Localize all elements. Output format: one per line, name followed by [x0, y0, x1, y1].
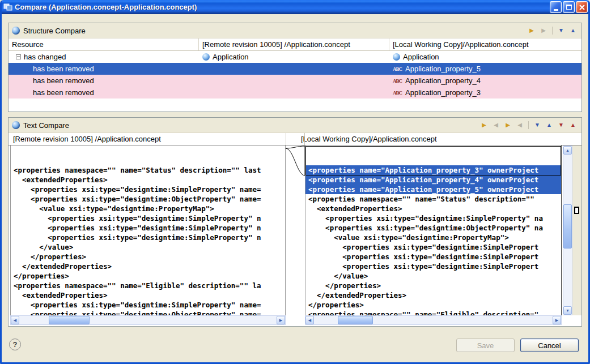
- cancel-button[interactable]: Cancel: [520, 339, 579, 352]
- copy-current-left-to-right-icon[interactable]: ▶: [503, 120, 513, 130]
- h-scroll-thumb[interactable]: [338, 316, 373, 324]
- text-compare-panel: Text Compare ▶◀▶◀▼▲▼▲ [Remote revision 1…: [8, 117, 582, 327]
- expander-icon[interactable]: [16, 54, 21, 59]
- h-scroll-track[interactable]: [19, 316, 277, 324]
- code-line: <properties xsi:type="designtime:ObjectP…: [11, 310, 285, 315]
- toolbar-separator: [552, 27, 553, 35]
- structure-compare-header: Structure Compare ▶▶▼▲: [9, 23, 581, 38]
- remote-cell: [199, 87, 389, 99]
- right-code-pane[interactable]: <properties name="Application_property_3…: [305, 145, 562, 315]
- code-line: <value xsi:type="designtime:PropertyMap"…: [11, 204, 285, 213]
- scroll-down-button[interactable]: ▼: [563, 306, 572, 315]
- code-line: <properties name="Application_property_4…: [305, 175, 561, 185]
- resource-cell: has changed: [9, 51, 199, 63]
- code-line: <properties xsi:type="designtime:SimpleP…: [305, 242, 561, 252]
- scroll-right-button[interactable]: ▶: [277, 316, 285, 324]
- maximize-button[interactable]: [563, 1, 575, 13]
- local-item-label: Application_property_4: [405, 76, 481, 85]
- abc-icon: ABC: [393, 90, 402, 96]
- compare-window: Compare (Application.concept-Application…: [0, 0, 590, 364]
- code-line: </value>: [11, 242, 285, 252]
- next-difference-icon[interactable]: ▼: [556, 25, 566, 36]
- help-button[interactable]: ?: [9, 339, 21, 350]
- left-code-pane[interactable]: <properties namespace="" name="Status" d…: [10, 145, 286, 315]
- remote-cell: [199, 63, 389, 75]
- diff-connector: [286, 145, 305, 315]
- structure-compare-title: Structure Compare: [23, 27, 86, 35]
- right-v-scrollbar[interactable]: ▲ ▼: [563, 145, 572, 315]
- window-title: Compare (Application.concept-Application…: [15, 3, 197, 11]
- code-line: </properties>: [305, 300, 561, 310]
- overview-change-marker[interactable]: [574, 207, 579, 214]
- window-controls: [549, 1, 588, 13]
- resource-cell: has been removed: [9, 63, 199, 75]
- remote-cell: [199, 75, 389, 87]
- copy-all-non-conflicting-icon[interactable]: ▶: [527, 25, 537, 36]
- structure-row[interactable]: has been removed ABC Application_propert…: [9, 87, 581, 99]
- code-line: <properties xsi:type="designtime:ObjectP…: [11, 194, 285, 204]
- titlebar[interactable]: Compare (Application.concept-Application…: [0, 0, 590, 14]
- column-header-remote[interactable]: [Remote revision 10005] /Application.con…: [199, 38, 389, 50]
- structure-row[interactable]: has been removed ABC Application_propert…: [9, 75, 581, 87]
- structure-rows: has changed Application Application has …: [9, 51, 581, 99]
- structure-row[interactable]: has been removed ABC Application_propert…: [9, 63, 581, 75]
- scroll-left-button[interactable]: ◀: [305, 316, 314, 324]
- overview-ruler: [572, 145, 581, 315]
- structure-column-headers: Resource [Remote revision 10005] /Applic…: [9, 38, 581, 51]
- local-cell: Application: [389, 51, 581, 63]
- next-change-icon[interactable]: ▼: [556, 120, 566, 130]
- scroll-right-button[interactable]: ▶: [553, 316, 561, 324]
- dialog-client-area: Structure Compare ▶▶▼▲ Resource [Remote …: [2, 14, 588, 362]
- code-line: </properties>: [11, 252, 285, 262]
- pane-divider: [304, 133, 305, 145]
- pane-headers: [Remote revision 10005] /Application.con…: [9, 133, 581, 145]
- resource-state-label: has changed: [24, 53, 66, 61]
- next-difference-icon[interactable]: ▼: [532, 120, 542, 130]
- v-scroll-track[interactable]: [563, 155, 572, 306]
- code-line: <properties namespace="" name="Eligible"…: [305, 310, 561, 315]
- structure-compare-panel: Structure Compare ▶▶▼▲ Resource [Remote …: [8, 23, 582, 112]
- previous-change-icon[interactable]: ▲: [568, 120, 578, 130]
- code-line: <properties namespace="" name="Status" d…: [305, 194, 561, 204]
- close-button[interactable]: [576, 1, 588, 13]
- text-toolbar: ▶◀▶◀▼▲▼▲: [479, 120, 578, 130]
- code-line: <properties xsi:type="designtime:SimpleP…: [11, 300, 285, 310]
- previous-difference-icon[interactable]: ▲: [568, 25, 578, 36]
- save-button[interactable]: Save: [456, 339, 515, 352]
- copy-all-right-to-left-icon[interactable]: ◀: [491, 120, 501, 130]
- text-compare-title: Text Compare: [23, 121, 69, 130]
- right-pane-header: [Local Working Copy]/Application.concept: [301, 135, 437, 143]
- copy-current-change-icon[interactable]: ▶: [538, 25, 549, 36]
- h-scroll-track[interactable]: [314, 316, 553, 324]
- toolbar-separator: [528, 121, 529, 129]
- local-cell: ABC Application_property_4: [389, 75, 581, 87]
- text-compare-icon: [12, 121, 20, 129]
- tree-indent: [13, 68, 22, 69]
- scroll-up-button[interactable]: ▲: [563, 146, 572, 155]
- v-scroll-thumb[interactable]: [563, 204, 572, 249]
- column-header-resource[interactable]: Resource: [9, 38, 199, 50]
- code-line: </properties>: [305, 281, 561, 290]
- code-line: <extendedProperties>: [305, 204, 561, 213]
- code-line: <properties xsi:type="designtime:SimpleP…: [11, 233, 285, 242]
- code-line: <properties xsi:type="designtime:SimpleP…: [11, 185, 285, 194]
- structure-row[interactable]: has changed Application Application: [9, 51, 581, 63]
- code-line: <value xsi:type="designtime:PropertyMap"…: [305, 233, 561, 242]
- code-line: <properties namespace="" name="Eligible"…: [11, 281, 285, 290]
- package-icon: [202, 53, 210, 61]
- copy-all-left-to-right-icon[interactable]: ▶: [479, 120, 489, 130]
- previous-difference-icon[interactable]: ▲: [544, 120, 554, 130]
- code-line: <properties xsi:type="designtime:SimpleP…: [11, 213, 285, 223]
- copy-current-right-to-left-icon[interactable]: ◀: [515, 120, 525, 130]
- h-scroll-thumb[interactable]: [49, 316, 90, 324]
- scroll-left-button[interactable]: ◀: [11, 316, 19, 324]
- minimize-button[interactable]: [550, 1, 562, 13]
- structure-compare-icon: [12, 27, 20, 35]
- help-icon: ?: [13, 340, 18, 349]
- right-h-scrollbar[interactable]: ◀ ▶: [305, 315, 562, 325]
- column-header-local[interactable]: [Local Working Copy]/Application.concept: [389, 38, 581, 50]
- resource-cell: has been removed: [9, 75, 199, 87]
- package-icon: [393, 53, 400, 61]
- local-item-label: Application: [403, 53, 439, 61]
- left-h-scrollbar[interactable]: ◀ ▶: [10, 315, 286, 325]
